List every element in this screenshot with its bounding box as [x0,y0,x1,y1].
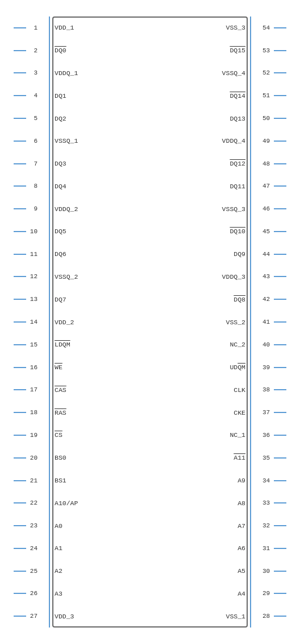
pin-left-1: 1 [14,24,52,31]
pin-label-left-6: VSSQ_1 [55,137,78,145]
pin-number: 11 [26,251,39,258]
pin-label-left-14: VDD_2 [55,319,74,326]
pin-line [14,208,26,209]
pin-label-left-8: DQ4 [55,183,66,190]
pin-right-50: 50 [248,115,286,122]
pin-number: 31 [261,545,274,552]
pin-line [14,27,26,28]
pin-row: 13DQ742DQ8 [14,288,286,311]
pin-line [274,502,286,503]
pin-label-right-40: NC_2 [230,341,245,348]
pin-label-right-52: VSSQ_4 [222,69,245,77]
pin-row: 12VSSQ_243VDDQ_3 [14,266,286,288]
pin-label-right-33: A8 [238,499,245,507]
pin-label-left-25: A2 [55,567,63,575]
pin-right-44: 44 [248,251,286,258]
pin-number: 9 [26,205,39,212]
pin-number: 18 [26,409,39,416]
pin-right-31: 31 [248,545,286,552]
pin-line [274,163,286,164]
pin-right-54: 54 [248,24,286,31]
pin-line [14,231,26,232]
pin-left-4: 4 [14,92,52,99]
pin-row: 19CS36NC_1 [14,424,286,447]
pin-line [274,435,286,436]
pin-number: 52 [261,69,274,76]
pin-line [274,185,286,187]
pin-number: 25 [26,568,39,575]
pin-label-left-11: DQ6 [55,250,66,258]
pin-line [274,254,286,255]
pin-right-32: 32 [248,522,286,529]
pin-label-left-10: DQ5 [55,228,66,235]
pin-number: 13 [26,296,39,303]
pin-left-8: 8 [14,183,52,189]
pin-left-9: 9 [14,205,52,212]
pin-number: 51 [261,92,274,99]
pin-number: 7 [26,160,39,167]
pin-right-38: 38 [248,386,286,393]
pin-right-43: 43 [248,273,286,280]
pin-number: 41 [261,319,274,325]
pin-row: 18RAS37CKE [14,401,286,424]
pin-number: 21 [26,477,39,484]
pin-number: 36 [261,432,274,439]
pin-label-right-37: CKE [234,409,245,416]
pin-left-23: 23 [14,522,52,529]
pin-row: 24A131A6 [14,537,286,560]
pin-label-left-2: DQ0 [55,47,66,54]
pin-label-left-4: DQ1 [55,92,66,100]
pin-left-12: 12 [14,273,52,280]
pin-line [274,412,286,413]
pin-row: 16WE39UDQM [14,356,286,379]
pin-number: 1 [26,24,39,31]
pins-area: 1VDD_154VSS_32DQ053DQ153VDDQ_152VSSQ_44D… [14,16,286,628]
pin-line [274,231,286,232]
pin-left-22: 22 [14,499,52,506]
pin-line [14,502,26,503]
pin-label-left-26: A3 [55,590,63,597]
pin-label-left-19: CS [55,431,63,439]
pin-label-right-41: VSS_2 [226,319,245,326]
pin-number: 28 [261,613,274,620]
pin-line [274,480,286,481]
pin-row: 21BS134A9 [14,469,286,492]
pin-line [274,208,286,209]
pin-line [14,163,26,164]
pin-row: 27VDD_328VSS_1 [14,605,286,628]
pin-label-right-45: DQ10 [230,228,245,235]
pin-right-52: 52 [248,69,286,76]
pin-left-25: 25 [14,568,52,575]
pin-number: 37 [261,409,274,416]
pin-number: 19 [26,432,39,439]
pin-number: 14 [26,319,39,325]
pin-row: 1VDD_154VSS_3 [14,16,286,39]
pin-number: 20 [26,455,39,461]
pin-label-right-35: A11 [234,454,245,461]
pin-right-33: 33 [248,499,286,506]
pin-line [14,525,26,526]
pin-row: 25A230A5 [14,560,286,583]
pin-right-45: 45 [248,228,286,235]
pin-row: 6VSSQ_149VDDQ_4 [14,130,286,152]
pin-line [14,50,26,51]
pin-label-left-23: A0 [55,522,63,530]
pin-line [274,457,286,459]
pin-right-41: 41 [248,319,286,325]
pin-right-48: 48 [248,160,286,167]
pin-number: 30 [261,568,274,575]
pin-label-left-18: RAS [55,409,66,416]
pin-line [14,141,26,142]
pin-number: 27 [26,613,39,620]
pin-line [274,525,286,526]
pin-number: 23 [26,522,39,529]
pin-line [274,389,286,390]
pin-line [14,616,26,617]
pin-line [274,95,286,96]
pin-number: 44 [261,251,274,258]
pin-left-21: 21 [14,477,52,484]
pin-right-36: 36 [248,432,286,439]
pin-left-27: 27 [14,613,52,620]
pin-line [14,457,26,459]
pin-row: 11DQ644DQ9 [14,243,286,266]
